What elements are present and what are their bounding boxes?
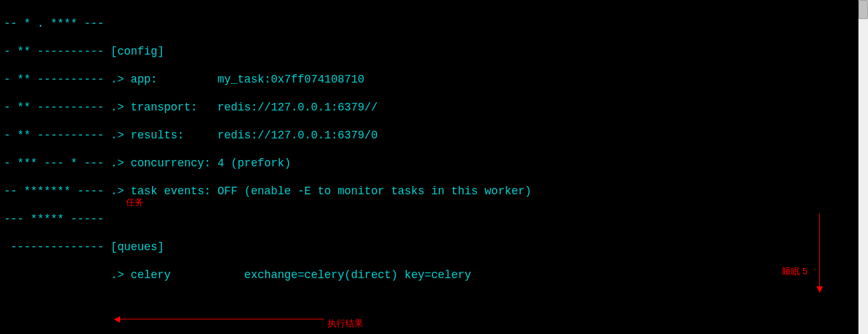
queue-celery: .> celery exchange=celery(direct) key=ce… xyxy=(4,268,855,282)
banner-line: -- * . **** --- xyxy=(4,17,855,30)
blank-line xyxy=(4,324,855,334)
banner-line: --- ***** ----- xyxy=(4,212,855,226)
config-results: - ** ---------- .> results: redis://127.… xyxy=(4,128,855,142)
config-app: - ** ---------- .> app: my_task:0x7ff074… xyxy=(4,72,855,86)
banner-config-label: - ** ---------- [config] xyxy=(4,44,855,58)
blank-line xyxy=(4,296,855,310)
scrollbar-track[interactable] xyxy=(858,0,868,334)
config-concurrency: - *** --- * --- .> concurrency: 4 (prefo… xyxy=(4,156,855,170)
scrollbar-thumb[interactable] xyxy=(858,0,868,19)
terminal-output[interactable]: -- * . **** --- - ** ---------- [config]… xyxy=(0,0,858,334)
config-transport: - ** ---------- .> transport: redis://12… xyxy=(4,100,855,114)
config-task-events: -- ******* ---- .> task events: OFF (ena… xyxy=(4,184,855,198)
banner-queues-label: -------------- [queues] xyxy=(4,240,855,254)
